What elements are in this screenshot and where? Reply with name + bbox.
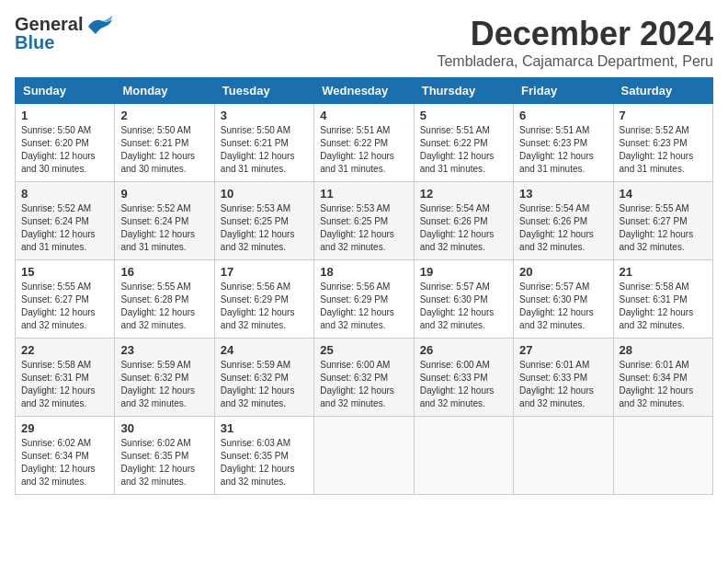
day-info: Sunrise: 5:58 AM Sunset: 6:31 PM Dayligh… <box>620 281 707 332</box>
day-info: Sunrise: 5:57 AM Sunset: 6:30 PM Dayligh… <box>420 281 507 332</box>
day-number: 9 <box>120 187 208 201</box>
header-row: Sunday Monday Tuesday Wednesday Thursday… <box>16 78 713 104</box>
day-info: Sunrise: 5:57 AM Sunset: 6:30 PM Dayligh… <box>519 281 607 332</box>
week-row-3: 15Sunrise: 5:55 AM Sunset: 6:27 PM Dayli… <box>16 260 713 339</box>
day-number: 18 <box>320 265 407 279</box>
day-number: 13 <box>519 187 607 201</box>
day-number: 2 <box>120 109 208 122</box>
table-cell: 5Sunrise: 5:51 AM Sunset: 6:22 PM Daylig… <box>414 104 513 182</box>
table-cell: 12Sunrise: 5:54 AM Sunset: 6:26 PM Dayli… <box>414 182 513 260</box>
table-cell: 4Sunrise: 5:51 AM Sunset: 6:22 PM Daylig… <box>314 104 414 182</box>
day-number: 8 <box>21 187 108 201</box>
table-cell: 21Sunrise: 5:58 AM Sunset: 6:31 PM Dayli… <box>613 260 712 339</box>
day-info: Sunrise: 5:56 AM Sunset: 6:29 PM Dayligh… <box>320 281 407 332</box>
table-cell: 18Sunrise: 5:56 AM Sunset: 6:29 PM Dayli… <box>314 260 414 339</box>
calendar-table: Sunday Monday Tuesday Wednesday Thursday… <box>15 77 713 495</box>
day-info: Sunrise: 5:53 AM Sunset: 6:25 PM Dayligh… <box>320 202 407 254</box>
table-cell: 11Sunrise: 5:53 AM Sunset: 6:25 PM Dayli… <box>314 182 414 260</box>
day-number: 23 <box>120 343 208 357</box>
table-cell: 23Sunrise: 5:59 AM Sunset: 6:32 PM Dayli… <box>115 339 214 417</box>
table-cell: 13Sunrise: 5:54 AM Sunset: 6:26 PM Dayli… <box>514 182 613 260</box>
day-number: 22 <box>21 343 108 357</box>
logo-blue-text: Blue <box>15 33 83 52</box>
day-info: Sunrise: 5:52 AM Sunset: 6:23 PM Dayligh… <box>620 124 707 176</box>
day-info: Sunrise: 6:01 AM Sunset: 6:34 PM Dayligh… <box>620 359 707 410</box>
day-info: Sunrise: 6:03 AM Sunset: 6:35 PM Dayligh… <box>221 437 308 488</box>
day-info: Sunrise: 5:56 AM Sunset: 6:29 PM Dayligh… <box>221 281 308 332</box>
day-number: 30 <box>120 421 208 435</box>
table-cell: 1Sunrise: 5:50 AM Sunset: 6:20 PM Daylig… <box>16 104 115 182</box>
day-info: Sunrise: 5:52 AM Sunset: 6:24 PM Dayligh… <box>120 202 208 254</box>
day-number: 11 <box>320 187 407 201</box>
table-cell: 22Sunrise: 5:58 AM Sunset: 6:31 PM Dayli… <box>16 339 115 417</box>
day-number: 31 <box>221 421 308 435</box>
day-number: 16 <box>120 265 208 279</box>
logo: General Blue <box>15 15 114 52</box>
table-cell <box>314 417 414 495</box>
day-info: Sunrise: 5:59 AM Sunset: 6:32 PM Dayligh… <box>221 359 308 410</box>
table-cell <box>613 417 712 495</box>
day-number: 12 <box>420 187 507 201</box>
day-info: Sunrise: 6:02 AM Sunset: 6:34 PM Dayligh… <box>21 437 108 488</box>
header-monday: Monday <box>115 78 214 104</box>
header-thursday: Thursday <box>414 78 513 104</box>
week-row-1: 1Sunrise: 5:50 AM Sunset: 6:20 PM Daylig… <box>16 104 713 182</box>
day-info: Sunrise: 5:50 AM Sunset: 6:21 PM Dayligh… <box>120 124 208 176</box>
table-cell: 27Sunrise: 6:01 AM Sunset: 6:33 PM Dayli… <box>514 339 613 417</box>
table-cell <box>514 417 613 495</box>
day-number: 10 <box>221 187 308 201</box>
day-number: 14 <box>620 187 707 201</box>
logo-word: General Blue <box>15 15 83 52</box>
day-info: Sunrise: 5:50 AM Sunset: 6:20 PM Dayligh… <box>21 124 108 176</box>
day-info: Sunrise: 5:51 AM Sunset: 6:22 PM Dayligh… <box>420 124 507 176</box>
day-number: 4 <box>320 109 407 122</box>
table-cell: 9Sunrise: 5:52 AM Sunset: 6:24 PM Daylig… <box>115 182 214 260</box>
table-cell: 26Sunrise: 6:00 AM Sunset: 6:33 PM Dayli… <box>414 339 513 417</box>
day-number: 6 <box>519 109 607 122</box>
day-info: Sunrise: 5:54 AM Sunset: 6:26 PM Dayligh… <box>420 202 507 254</box>
header: General Blue December 2024 Tembladera, C… <box>15 15 713 70</box>
day-number: 7 <box>620 109 707 122</box>
day-info: Sunrise: 5:58 AM Sunset: 6:31 PM Dayligh… <box>21 359 108 410</box>
day-number: 20 <box>519 265 607 279</box>
table-cell: 2Sunrise: 5:50 AM Sunset: 6:21 PM Daylig… <box>115 104 214 182</box>
calendar-subtitle: Tembladera, Cajamarca Department, Peru <box>437 53 713 70</box>
table-cell: 16Sunrise: 5:55 AM Sunset: 6:28 PM Dayli… <box>115 260 214 339</box>
logo-general-text: General <box>15 15 83 33</box>
day-info: Sunrise: 5:59 AM Sunset: 6:32 PM Dayligh… <box>120 359 208 410</box>
day-info: Sunrise: 5:55 AM Sunset: 6:27 PM Dayligh… <box>620 202 707 254</box>
table-cell: 28Sunrise: 6:01 AM Sunset: 6:34 PM Dayli… <box>613 339 712 417</box>
day-info: Sunrise: 5:52 AM Sunset: 6:24 PM Dayligh… <box>21 202 108 254</box>
week-row-2: 8Sunrise: 5:52 AM Sunset: 6:24 PM Daylig… <box>16 182 713 260</box>
calendar-title: December 2024 <box>437 15 713 53</box>
header-friday: Friday <box>514 78 613 104</box>
day-number: 15 <box>21 265 108 279</box>
table-cell <box>414 417 513 495</box>
table-cell: 24Sunrise: 5:59 AM Sunset: 6:32 PM Dayli… <box>214 339 313 417</box>
day-number: 17 <box>221 265 308 279</box>
table-cell: 15Sunrise: 5:55 AM Sunset: 6:27 PM Dayli… <box>16 260 115 339</box>
header-sunday: Sunday <box>16 78 115 104</box>
day-info: Sunrise: 6:00 AM Sunset: 6:33 PM Dayligh… <box>420 359 507 410</box>
day-number: 1 <box>21 109 108 122</box>
table-cell: 7Sunrise: 5:52 AM Sunset: 6:23 PM Daylig… <box>613 104 712 182</box>
week-row-5: 29Sunrise: 6:02 AM Sunset: 6:34 PM Dayli… <box>16 417 713 495</box>
table-cell: 25Sunrise: 6:00 AM Sunset: 6:32 PM Dayli… <box>314 339 414 417</box>
table-cell: 20Sunrise: 5:57 AM Sunset: 6:30 PM Dayli… <box>514 260 613 339</box>
table-cell: 19Sunrise: 5:57 AM Sunset: 6:30 PM Dayli… <box>414 260 513 339</box>
table-cell: 8Sunrise: 5:52 AM Sunset: 6:24 PM Daylig… <box>16 182 115 260</box>
day-info: Sunrise: 6:00 AM Sunset: 6:32 PM Dayligh… <box>320 359 407 410</box>
table-cell: 10Sunrise: 5:53 AM Sunset: 6:25 PM Dayli… <box>214 182 313 260</box>
logo-bird-icon <box>85 14 114 43</box>
day-number: 27 <box>519 343 607 357</box>
table-cell: 17Sunrise: 5:56 AM Sunset: 6:29 PM Dayli… <box>214 260 313 339</box>
header-wednesday: Wednesday <box>314 78 414 104</box>
table-cell: 14Sunrise: 5:55 AM Sunset: 6:27 PM Dayli… <box>613 182 712 260</box>
day-info: Sunrise: 5:55 AM Sunset: 6:28 PM Dayligh… <box>120 281 208 332</box>
header-tuesday: Tuesday <box>214 78 313 104</box>
day-info: Sunrise: 6:01 AM Sunset: 6:33 PM Dayligh… <box>519 359 607 410</box>
day-info: Sunrise: 5:50 AM Sunset: 6:21 PM Dayligh… <box>221 124 308 176</box>
day-info: Sunrise: 5:54 AM Sunset: 6:26 PM Dayligh… <box>519 202 607 254</box>
day-info: Sunrise: 6:02 AM Sunset: 6:35 PM Dayligh… <box>120 437 208 488</box>
day-number: 29 <box>21 421 108 435</box>
